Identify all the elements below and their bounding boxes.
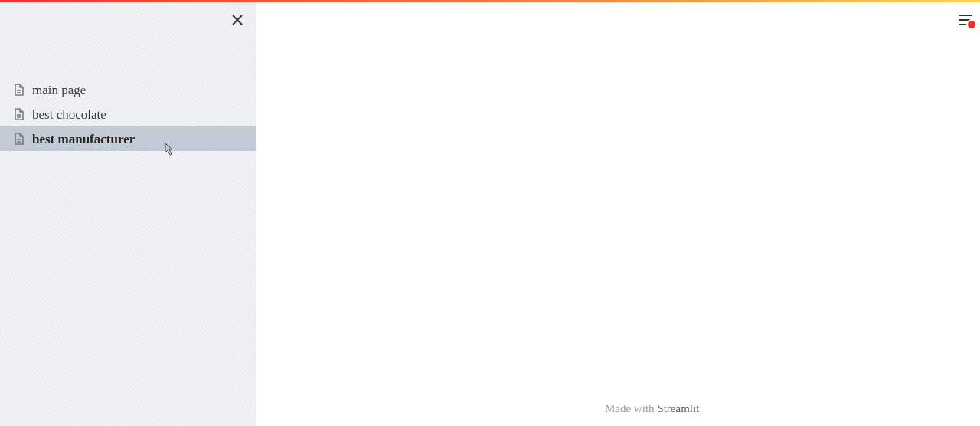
sidebar-item-best-chocolate[interactable]: best chocolate <box>0 102 256 126</box>
sidebar-item-label: best chocolate <box>32 108 106 121</box>
sidebar-nav: main page best chocolate best manufactur… <box>0 77 256 151</box>
sidebar-item-main-page[interactable]: main page <box>0 77 256 102</box>
sidebar-item-label: main page <box>32 84 86 97</box>
running-status-indicator <box>968 21 975 28</box>
footer-brand[interactable]: Streamlit <box>657 402 699 415</box>
footer-made-with: Made with <box>605 402 657 415</box>
document-icon <box>14 108 24 120</box>
close-icon <box>231 14 243 29</box>
document-icon <box>14 84 24 96</box>
document-icon <box>14 133 24 145</box>
close-sidebar-button[interactable] <box>227 11 247 31</box>
main-content: Made with Streamlit <box>256 2 980 426</box>
sidebar-item-label: best manufacturer <box>32 133 135 146</box>
sidebar: main page best chocolate best manufactur… <box>0 2 256 426</box>
footer: Made with Streamlit <box>605 402 699 415</box>
sidebar-item-best-manufacturer[interactable]: best manufacturer <box>0 126 256 151</box>
top-right-controls <box>959 15 972 31</box>
